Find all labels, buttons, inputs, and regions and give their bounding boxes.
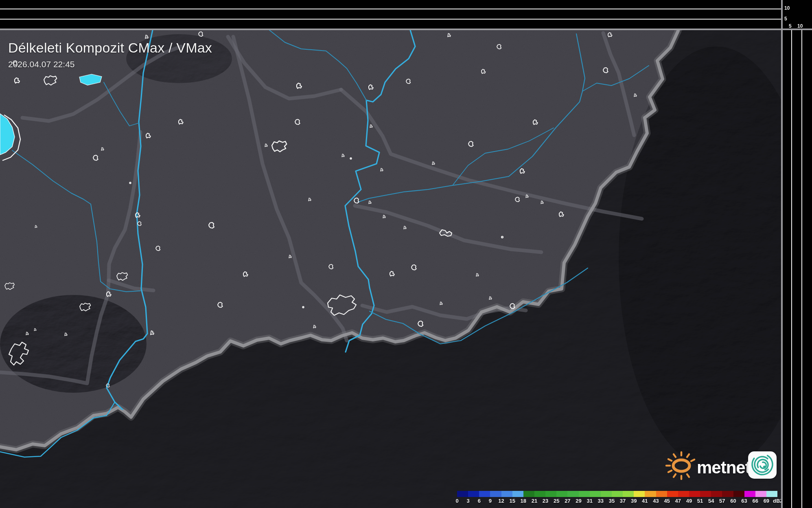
legend-segment [634, 491, 645, 497]
legend-segment [579, 491, 590, 497]
legend-tick-label: 27 [565, 498, 570, 504]
legend-tick-label: 0 [455, 498, 458, 504]
legend-tick-label: 18 [521, 498, 526, 504]
legend-segment [744, 491, 755, 497]
legend-segment [733, 491, 744, 497]
top-panel-gridline-5km [0, 19, 781, 20]
southern-hills-texture [0, 295, 147, 393]
legend-segment [501, 491, 512, 497]
vmax-top-panel [0, 0, 781, 29]
legend-segment [490, 491, 501, 497]
side-panel-gridline-5km [791, 30, 792, 508]
legend-segment [645, 491, 656, 497]
legend-tick-label: 12 [498, 498, 504, 504]
legend-segment [656, 491, 667, 497]
legend-tick-label: 49 [686, 498, 692, 504]
legend-segment [590, 491, 601, 497]
top-axis-label-5: 5 [784, 16, 787, 21]
legend-tick-label: 51 [697, 498, 703, 504]
legend-segment [623, 491, 634, 497]
legend-segment [534, 491, 545, 497]
side-panel-gridline-10km [801, 30, 802, 508]
legend-tick-label: 29 [576, 498, 581, 504]
metnet-wordmark: metnet [697, 458, 751, 477]
legend-tick-label: 43 [653, 498, 659, 504]
panel-divider-vertical [781, 0, 783, 508]
legend-segment [612, 491, 623, 497]
legend-bar [457, 491, 777, 497]
legend-tick-label: 3 [467, 498, 470, 504]
top-panel-gridline-10km [0, 9, 781, 9]
legend-segment [556, 491, 567, 497]
map-header: Délkeleti Kompozit CMax / VMax 2026.04.0… [8, 40, 212, 69]
right-axis-label-5: 5 [789, 24, 792, 29]
legend-segment [601, 491, 612, 497]
legend-tick-label: 15 [509, 498, 515, 504]
legend-tick-label: 23 [543, 498, 548, 504]
legend-segment [689, 491, 700, 497]
base-map [0, 30, 781, 508]
legend-segment [457, 491, 468, 497]
timestamp: 2026.04.07 22:45 [8, 59, 212, 69]
legend-segment [468, 491, 479, 497]
right-axis-label-10: 10 [797, 24, 803, 29]
legend-segment [766, 491, 777, 497]
legend-tick-label: 9 [489, 498, 492, 504]
legend-tick-label: 21 [532, 498, 537, 504]
legend-tick-label: 60 [730, 498, 736, 504]
legend-segment [722, 491, 733, 497]
hungaromet-logo-badge [748, 451, 777, 479]
legend-segment [755, 491, 766, 497]
legend-tick-label: 39 [631, 498, 637, 504]
legend-segment [545, 491, 556, 497]
legend-segment [512, 491, 523, 497]
legend-tick-label: 54 [708, 498, 714, 504]
legend-segment [567, 491, 578, 497]
product-title: Délkeleti Kompozit CMax / VMax [8, 40, 212, 56]
top-axis-label-10: 10 [784, 6, 790, 11]
legend-segment [479, 491, 490, 497]
legend-segment [711, 491, 722, 497]
legend-tick-label: 33 [598, 498, 604, 504]
legend-tick-label: 57 [719, 498, 725, 504]
legend-tick-label: 31 [587, 498, 592, 504]
legend-tick-label: 6 [478, 498, 481, 504]
legend-segment [678, 491, 689, 497]
legend-segment [700, 491, 711, 497]
legend-labels: 0369121518212325272931333537394143454749… [457, 498, 779, 504]
legend-unit-label: dBZ [773, 498, 781, 504]
legend-tick-label: 63 [741, 498, 747, 504]
legend-tick-label: 69 [764, 498, 769, 504]
spiral-icon [748, 451, 777, 479]
legend-tick-label: 66 [752, 498, 758, 504]
legend-tick-label: 47 [675, 498, 681, 504]
legend-tick-label: 37 [620, 498, 626, 504]
legend-segment [523, 491, 534, 497]
dbz-legend: 0369121518212325272931333537394143454749… [457, 491, 779, 507]
legend-tick-label: 35 [609, 498, 615, 504]
branding: metnet [663, 446, 781, 483]
legend-tick-label: 41 [642, 498, 648, 504]
vmax-side-panel [783, 0, 812, 508]
legend-tick-label: 45 [664, 498, 670, 504]
metnet-sun-icon [663, 446, 697, 482]
legend-segment [667, 491, 678, 497]
radar-composite-viewer: 10 5 5 10 [0, 0, 812, 508]
legend-tick-label: 25 [554, 498, 559, 504]
radar-map: Délkeleti Kompozit CMax / VMax 2026.04.0… [0, 30, 781, 508]
